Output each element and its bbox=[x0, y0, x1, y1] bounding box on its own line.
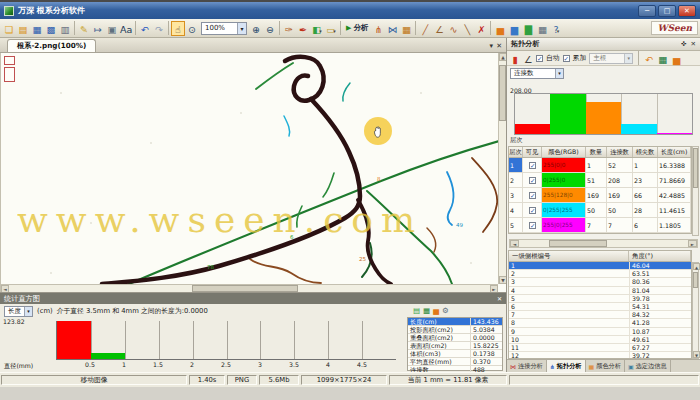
scroll-down-icon[interactable]: ▼ bbox=[693, 351, 700, 358]
visible-checkbox[interactable]: ✓ bbox=[529, 177, 536, 184]
report-icon[interactable]: ▇ bbox=[521, 21, 535, 36]
angle-table-row[interactable]: 654.31 bbox=[509, 303, 691, 311]
angle-table-row[interactable]: 481.04 bbox=[509, 287, 691, 295]
histogram-metric-select[interactable]: 长度 ▾ bbox=[4, 306, 33, 317]
panel-close-icon[interactable]: ✕ bbox=[691, 40, 696, 48]
shape-picker-icon[interactable]: ▭▾ bbox=[324, 21, 338, 36]
tab-拓扑分析[interactable]: ⋔拓扑分析 bbox=[547, 360, 586, 372]
text-tool-icon[interactable]: Aa bbox=[119, 21, 133, 36]
chevron-down-icon[interactable]: ▾ bbox=[24, 307, 32, 316]
stats-row[interactable]: 投影面积(cm2)5.0384 bbox=[408, 326, 502, 334]
layer-table-row[interactable]: 4✓0|255|25550502811.4615 bbox=[509, 203, 691, 218]
zoom-in-icon[interactable]: ⊕ bbox=[249, 21, 263, 36]
chevron-down-icon[interactable]: ▾ bbox=[319, 28, 322, 34]
chevron-down-icon[interactable]: ▾ bbox=[624, 54, 632, 63]
angle-scroll-thumb[interactable] bbox=[693, 272, 698, 288]
angle-table-row[interactable]: 841.28 bbox=[509, 319, 691, 327]
angle-table-row[interactable]: 146.04 bbox=[509, 262, 691, 270]
auto-checkbox[interactable]: ✓ bbox=[536, 55, 543, 62]
marker-tool-icon[interactable]: ✒ bbox=[296, 21, 310, 36]
measure-line-icon[interactable]: ╱ bbox=[418, 21, 432, 36]
export-icon[interactable]: ↦ bbox=[91, 21, 105, 36]
chart-export-icon[interactable]: ▅ bbox=[671, 51, 682, 66]
export-excel-icon[interactable]: ▦ bbox=[423, 306, 430, 316]
canvas-vscroll-track[interactable] bbox=[499, 61, 506, 276]
gear-icon[interactable]: ⚙ bbox=[442, 306, 449, 316]
measure-angle-icon[interactable]: ∠ bbox=[432, 21, 446, 36]
statistics-icon[interactable]: ▆ bbox=[507, 21, 521, 36]
angle-table-row[interactable]: 784.32 bbox=[509, 311, 691, 319]
chart-bars-icon[interactable]: ▅ bbox=[493, 21, 507, 36]
hscroll-thumb[interactable] bbox=[549, 240, 606, 247]
open-folder-icon[interactable]: ▤ bbox=[16, 21, 30, 36]
zoom-tool-icon[interactable]: ⊙ bbox=[185, 21, 199, 36]
save-all-icon[interactable]: ▩ bbox=[44, 21, 58, 36]
tab-颜色分析[interactable]: ▦颜色分析 bbox=[586, 360, 625, 372]
chevron-down-icon[interactable]: ▾ bbox=[237, 23, 246, 34]
main-root-select[interactable]: 主根 ▾ bbox=[589, 53, 633, 64]
angle-table-row[interactable]: 910.87 bbox=[509, 328, 691, 336]
measure-curve-icon[interactable]: ∿ bbox=[446, 21, 460, 36]
pin-icon[interactable]: ✜ bbox=[681, 40, 686, 48]
export-report-icon[interactable]: ▤ bbox=[413, 306, 420, 316]
stats-row[interactable]: 表面积(cm2)15.8225 bbox=[408, 342, 502, 350]
angle-table-row[interactable]: 539.78 bbox=[509, 295, 691, 303]
maximize-button[interactable]: □ bbox=[658, 5, 676, 17]
histogram-close-icon[interactable]: ✕ bbox=[497, 293, 506, 304]
layer-table-row[interactable]: 5✓255|0|2557761.1805 bbox=[509, 218, 691, 233]
tab-list-dropdown-icon[interactable]: ▾ bbox=[490, 42, 494, 50]
print-icon[interactable]: ▥ bbox=[58, 21, 72, 36]
undo-icon[interactable]: ↶ bbox=[138, 21, 152, 36]
layer-table-scrollbar[interactable] bbox=[692, 146, 699, 236]
measure-polyline-icon[interactable]: ╲ bbox=[460, 21, 474, 36]
angle-table-scrollbar[interactable]: ▲ ▼ bbox=[692, 262, 699, 359]
chevron-down-icon[interactable]: ▾ bbox=[555, 69, 563, 78]
metric-select[interactable]: 连接数 ▾ bbox=[510, 68, 564, 79]
layer-table-row[interactable]: 3✓255|128|01691696642.4885 bbox=[509, 188, 691, 203]
stats-row[interactable]: 重叠面积(cm2)0.0000 bbox=[408, 334, 502, 342]
link-analysis-icon[interactable]: ⋈ bbox=[385, 21, 399, 36]
ruler-tool-icon[interactable]: ✑ bbox=[282, 21, 296, 36]
undo-icon[interactable]: ↶ bbox=[644, 51, 654, 66]
visible-checkbox[interactable]: ✓ bbox=[529, 162, 536, 169]
excel-export-icon[interactable]: ▦ bbox=[657, 51, 668, 66]
stats-row[interactable]: 体积(cm3)0.1738 bbox=[408, 350, 502, 358]
analyze-button[interactable]: ▶分析 bbox=[343, 23, 371, 33]
stats-row[interactable]: 长度(cm)143.436 bbox=[408, 318, 502, 326]
close-button[interactable]: ✕ bbox=[678, 5, 696, 17]
scroll-up-icon[interactable]: ▲ bbox=[693, 263, 700, 270]
chevron-down-icon[interactable]: ▾ bbox=[333, 28, 336, 34]
layer-table-row[interactable]: 2✓0|255|0512082371.8669 bbox=[509, 173, 691, 188]
scroll-left-icon[interactable]: ◄ bbox=[510, 240, 519, 247]
tab-连接分析[interactable]: ⋈连接分析 bbox=[507, 360, 547, 372]
new-file-icon[interactable]: ❏ bbox=[2, 21, 16, 36]
table-horizontal-scrollbar[interactable]: ◄ ► bbox=[509, 239, 698, 248]
angle-table-row[interactable]: 1167.27 bbox=[509, 344, 691, 352]
scroll-right-icon[interactable]: ► bbox=[688, 240, 697, 247]
tab-close-icon[interactable]: ✕ bbox=[496, 42, 502, 50]
scroll-up-icon[interactable]: ▲ bbox=[499, 53, 506, 61]
grid-table-icon[interactable]: ▦ bbox=[535, 21, 549, 36]
stats-row[interactable]: 平均直径(mm)0.370 bbox=[408, 358, 502, 366]
pan-tool-icon[interactable]: ☝ bbox=[171, 21, 185, 36]
color-analysis-icon[interactable]: ▦ bbox=[399, 21, 413, 36]
chevron-down-icon[interactable]: ▾ bbox=[557, 28, 560, 34]
flag-marker-icon[interactable]: ▮ bbox=[510, 51, 520, 66]
color-picker-icon[interactable]: ◧▾ bbox=[310, 21, 324, 36]
angle-table-row[interactable]: 380.36 bbox=[509, 278, 691, 286]
layer-table-row[interactable]: 1✓255|0|0152116.3388 bbox=[509, 158, 691, 173]
layer-table-scroll-thumb[interactable] bbox=[693, 148, 698, 188]
visible-checkbox[interactable]: ✓ bbox=[529, 207, 536, 214]
angle-scroll-track[interactable] bbox=[693, 270, 698, 351]
canvas-vertical-scrollbar[interactable]: ▲ ▼ bbox=[498, 53, 506, 284]
angle-table-row[interactable]: 263.51 bbox=[509, 270, 691, 278]
redo-icon[interactable]: ↷ bbox=[152, 21, 166, 36]
visible-checkbox[interactable]: ✓ bbox=[529, 222, 536, 229]
copy-icon[interactable]: ▣ bbox=[105, 21, 119, 36]
scroll-left-icon[interactable]: ◄ bbox=[1, 285, 9, 292]
save-icon[interactable]: ▦ bbox=[30, 21, 44, 36]
canvas-hscroll-thumb[interactable] bbox=[192, 285, 298, 292]
canvas-hscroll-track[interactable] bbox=[9, 285, 490, 292]
visible-checkbox[interactable]: ✓ bbox=[529, 192, 536, 199]
hscroll-track[interactable] bbox=[519, 240, 688, 247]
